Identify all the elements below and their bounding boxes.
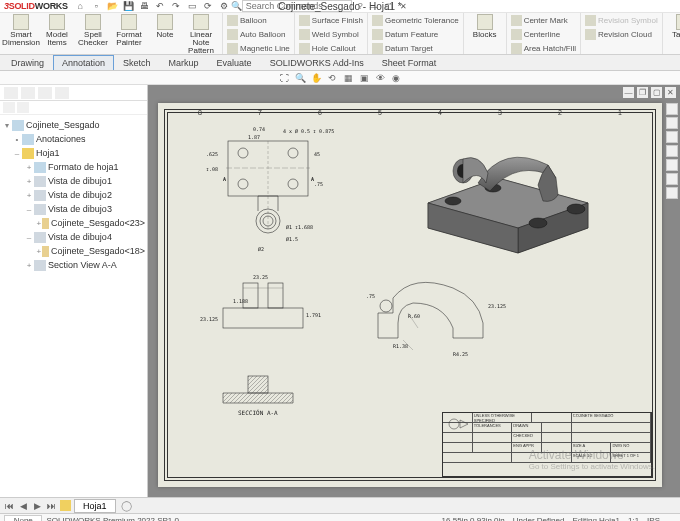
tree-root[interactable]: ▾Cojinete_Sesgado [2, 118, 145, 132]
svg-text:A: A [223, 176, 226, 182]
task-pane-tabs [666, 103, 680, 199]
svg-rect-31 [223, 308, 303, 328]
filter-icon[interactable] [3, 102, 15, 113]
zoom-area-icon[interactable]: 🔍 [294, 72, 306, 84]
undo-icon[interactable]: ↶ [154, 1, 167, 12]
forum-tab-icon[interactable] [666, 187, 678, 199]
redo-icon[interactable]: ↷ [170, 1, 183, 12]
view-palette-tab-icon[interactable] [666, 145, 678, 157]
svg-text:↧.08: ↧.08 [206, 166, 218, 172]
open-icon[interactable]: 📂 [106, 1, 119, 12]
geometric-tolerance-button[interactable]: Geometric Tolerance [372, 14, 459, 27]
tree-node[interactable]: +Vista de dibujo1 [2, 174, 145, 188]
pan-icon[interactable]: ✋ [310, 72, 322, 84]
blocks-button[interactable]: Blocks [468, 14, 502, 39]
design-lib-tab-icon[interactable] [666, 117, 678, 129]
appearance-icon[interactable]: ◉ [390, 72, 402, 84]
datum-feature-button[interactable]: Datum Feature [372, 28, 459, 41]
smart-dimension-button[interactable]: SmartDimension [4, 14, 38, 55]
add-sheet-button[interactable]: ◯ [121, 500, 132, 511]
feature-tree-sidebar: ▾Cojinete_Sesgado •Anotaciones–Hoja1+For… [0, 85, 148, 497]
rotate-icon[interactable]: ⟲ [326, 72, 338, 84]
tree-node[interactable]: +Vista de dibujo2 [2, 188, 145, 202]
display-tab-icon[interactable] [55, 87, 69, 99]
tab-drawing[interactable]: Drawing [2, 55, 53, 70]
svg-text:SECCIÓN A-A: SECCIÓN A-A [238, 409, 278, 416]
tab-markup[interactable]: Markup [160, 55, 208, 70]
appearances-tab-icon[interactable] [666, 159, 678, 171]
centerline-button[interactable]: Centerline [511, 28, 576, 41]
spell-checker-button[interactable]: SpellChecker [76, 14, 110, 55]
tree-node[interactable]: –Vista de dibujo3 [2, 202, 145, 216]
property-tab-icon[interactable] [21, 87, 35, 99]
svg-text:4 x Ø 0.5 ↧ 0.875: 4 x Ø 0.5 ↧ 0.875 [283, 128, 334, 134]
gear-icon[interactable]: ⚙ [218, 1, 231, 12]
prev-sheet-button[interactable]: ◀ [18, 501, 29, 511]
model-items-button[interactable]: ModelItems [40, 14, 74, 55]
hole-callout-button[interactable]: Hole Callout [299, 42, 363, 55]
svg-text:.75: .75 [366, 293, 375, 299]
format-painter-button[interactable]: FormatPainter [112, 14, 146, 55]
tab-sketch[interactable]: Sketch [114, 55, 160, 70]
properties-tab-icon[interactable] [666, 173, 678, 185]
tab-annotation[interactable]: Annotation [53, 55, 114, 70]
note-button[interactable]: Note [148, 14, 182, 55]
save-icon[interactable]: 💾 [122, 1, 135, 12]
status-chevron-icon[interactable]: — [668, 516, 676, 521]
balloon-button[interactable]: Balloon [227, 14, 290, 27]
magnetic-line-button[interactable]: Magnetic Line [227, 42, 290, 55]
svg-text:0.74: 0.74 [253, 126, 265, 132]
revision-cloud-button[interactable]: Revision Cloud [585, 28, 658, 41]
zoom-fit-icon[interactable]: ⛶ [278, 72, 290, 84]
close-doc-icon[interactable]: ✕ [665, 87, 676, 98]
tree-node[interactable]: •Anotaciones [2, 132, 145, 146]
select-icon[interactable]: ▭ [186, 1, 199, 12]
drawing-canvas[interactable]: — ❐ ▢ ✕ 87654321 [148, 85, 680, 497]
svg-text:23.125: 23.125 [488, 303, 506, 309]
tree-node[interactable]: –Hoja1 [2, 146, 145, 160]
restore-doc-icon[interactable]: ❐ [637, 87, 648, 98]
svg-text:23.25: 23.25 [253, 274, 268, 280]
tree-node[interactable]: –Vista de dibujo4 [2, 230, 145, 244]
tree-node[interactable]: +Cojinete_Sesgado<18> [2, 244, 145, 258]
display-style-icon[interactable]: ▣ [358, 72, 370, 84]
tables-button[interactable]: Tables [667, 14, 680, 39]
sidebar-toolbar [0, 101, 147, 115]
svg-text:1.87: 1.87 [248, 134, 260, 140]
last-sheet-button[interactable]: ⏭ [46, 501, 57, 511]
next-sheet-button[interactable]: ▶ [32, 501, 43, 511]
max-doc-icon[interactable]: ▢ [651, 87, 662, 98]
resources-tab-icon[interactable] [666, 103, 678, 115]
linear-note-pattern-button[interactable]: LinearNote Pattern [184, 14, 218, 55]
tab-solidworks-add-ins[interactable]: SOLIDWORKS Add-Ins [261, 55, 373, 70]
expand-icon[interactable] [17, 102, 29, 113]
print-icon[interactable]: 🖶 [138, 1, 151, 12]
file-explorer-tab-icon[interactable] [666, 131, 678, 143]
weld-symbol-button[interactable]: Weld Symbol [299, 28, 363, 41]
sheet-tab[interactable]: Hoja1 [74, 499, 116, 513]
hide-show-icon[interactable]: 👁 [374, 72, 386, 84]
rebuild-icon[interactable]: ⟳ [202, 1, 215, 12]
isometric-view [408, 123, 618, 263]
new-icon[interactable]: ▫ [90, 1, 103, 12]
revision-symbol-button[interactable]: Revision Symbol [585, 14, 658, 27]
aux-drawing-view: .75 23.125 R.60 R1.38 R4.25 [358, 268, 518, 368]
tree-node[interactable]: +Section View A-A [2, 258, 145, 272]
tree-node[interactable]: +Cojinete_Sesgado<23> [2, 216, 145, 230]
home-icon[interactable]: ⌂ [74, 1, 87, 12]
tab-evaluate[interactable]: Evaluate [208, 55, 261, 70]
area-hatch/fill-button[interactable]: Area Hatch/Fill [511, 42, 576, 55]
layer-dropdown[interactable]: -None- [4, 515, 42, 521]
tab-sheet-format[interactable]: Sheet Format [373, 55, 446, 70]
surface-finish-button[interactable]: Surface Finish [299, 14, 363, 27]
config-tab-icon[interactable] [38, 87, 52, 99]
feature-tree-tab-icon[interactable] [4, 87, 18, 99]
min-doc-icon[interactable]: — [623, 87, 634, 98]
center-mark-button[interactable]: Center Mark [511, 14, 576, 27]
status-mode: Editing Hoja1 [572, 516, 620, 521]
tree-node[interactable]: +Formato de hoja1 [2, 160, 145, 174]
auto-balloon-button[interactable]: Auto Balloon [227, 28, 290, 41]
section-icon[interactable]: ▦ [342, 72, 354, 84]
first-sheet-button[interactable]: ⏮ [4, 501, 15, 511]
datum-target-button[interactable]: Datum Target [372, 42, 459, 55]
